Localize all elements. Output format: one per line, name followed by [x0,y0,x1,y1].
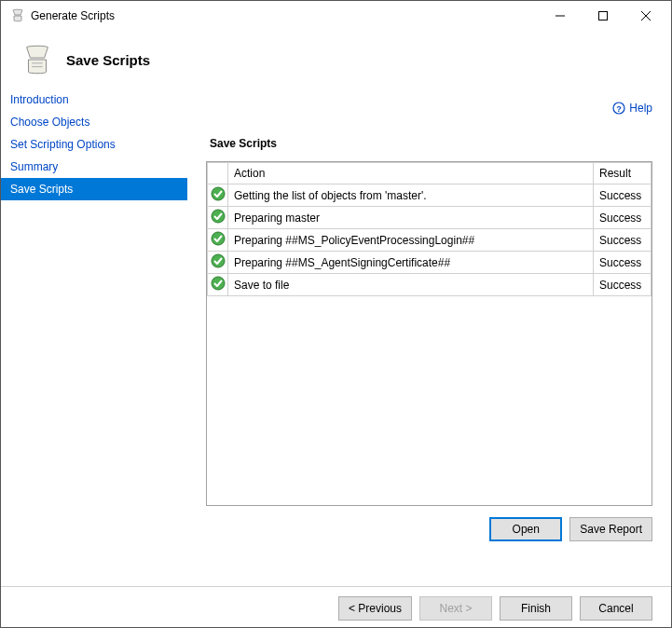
sidebar-item-introduction[interactable]: Introduction [1,89,187,111]
table-row: Save to fileSuccess [208,274,651,296]
cancel-button[interactable]: Cancel [580,596,652,621]
help-icon: ? [612,102,625,115]
save-report-button[interactable]: Save Report [569,517,652,541]
table-row: Preparing masterSuccess [208,207,651,229]
success-icon [208,207,228,229]
result-cell: Success [594,207,651,229]
svg-rect-1 [599,12,608,20]
sidebar: Introduction Choose Objects Set Scriptin… [1,89,187,586]
success-icon [208,252,228,274]
success-icon [208,184,228,207]
help-label: Help [629,102,652,115]
action-cell: Preparing ##MS_AgentSigningCertificate## [228,252,594,274]
sidebar-item-choose-objects[interactable]: Choose Objects [1,111,187,133]
svg-point-8 [212,187,225,200]
page-header: Save Scripts [1,31,671,89]
content-heading: Save Scripts [210,137,652,150]
table-row: Preparing ##MS_AgentSigningCertificate##… [208,252,651,274]
svg-point-9 [212,210,225,223]
svg-text:?: ? [617,104,623,114]
sidebar-item-summary[interactable]: Summary [1,156,187,178]
col-header-icon [208,163,228,184]
window-title: Generate Scripts [31,9,115,22]
open-button[interactable]: Open [489,517,562,541]
progress-table: Action Result Getting the list of object… [206,161,652,506]
script-icon [20,42,55,77]
success-icon [208,229,228,252]
svg-point-11 [212,254,225,267]
result-cell: Success [594,274,651,296]
result-cell: Success [594,229,651,252]
main-area: Introduction Choose Objects Set Scriptin… [1,89,671,586]
close-button[interactable] [624,1,667,31]
title-bar: Generate Scripts [1,1,671,31]
finish-button[interactable]: Finish [500,596,572,621]
previous-button[interactable]: < Previous [338,596,412,621]
col-header-action: Action [228,163,594,184]
svg-point-12 [212,277,225,290]
minimize-button[interactable] [539,1,582,31]
sidebar-item-set-scripting-options[interactable]: Set Scripting Options [1,133,187,156]
sidebar-item-save-scripts[interactable]: Save Scripts [1,178,187,200]
table-row: Getting the list of objects from 'master… [208,184,651,207]
app-icon [10,8,25,23]
mid-button-row: Open Save Report [206,517,652,541]
maximize-button[interactable] [582,1,624,31]
content-area: ? Help Save Scripts Action Result Gettin… [187,89,671,586]
col-header-result: Result [594,163,651,184]
page-title: Save Scripts [66,52,150,68]
result-cell: Success [594,252,651,274]
result-cell: Success [594,184,651,207]
svg-point-10 [212,232,225,245]
help-link[interactable]: ? Help [206,96,652,120]
table-row: Preparing ##MS_PolicyEventProcessingLogi… [208,229,651,252]
action-cell: Preparing ##MS_PolicyEventProcessingLogi… [228,229,594,252]
next-button: Next > [419,596,492,621]
footer-buttons: < Previous Next > Finish Cancel [1,586,671,628]
action-cell: Preparing master [228,207,594,229]
action-cell: Save to file [228,274,594,296]
success-icon [208,274,228,296]
action-cell: Getting the list of objects from 'master… [228,184,594,207]
